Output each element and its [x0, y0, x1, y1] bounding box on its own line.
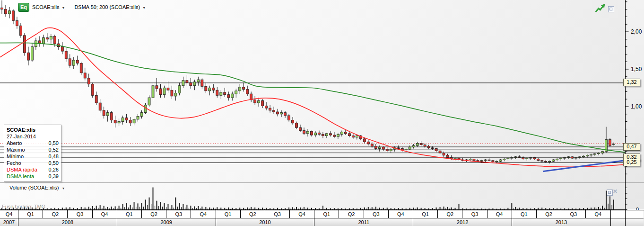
volume-bar [594, 208, 595, 210]
chevron-down-icon[interactable]: ▼ [142, 5, 146, 9]
volume-bar [88, 207, 89, 209]
close-pane-icon[interactable]: ✕ [613, 188, 618, 195]
candle-body [152, 86, 154, 98]
candle-body [348, 134, 350, 136]
volume-bar-minor [158, 206, 159, 209]
candle-body [273, 110, 275, 112]
candle-body [156, 86, 158, 89]
volume-bar [262, 208, 263, 209]
volume-bar-minor [608, 204, 609, 210]
candle-body [190, 82, 192, 85]
chevron-down-icon[interactable]: ▼ [61, 5, 65, 9]
quarter-label: Q3 [166, 210, 191, 218]
candle-body [133, 119, 135, 123]
price-chart-plot[interactable]: 2,001,501,00 [0, 0, 644, 182]
candle-body [209, 88, 211, 91]
candle-body [53, 36, 56, 44]
candle-body [307, 131, 309, 134]
tooltip-row: Fecho0,50 [7, 160, 59, 166]
year-label: 2012 [413, 218, 512, 226]
candle-body [424, 145, 426, 146]
volume-bar [311, 208, 312, 210]
volume-bar [519, 208, 520, 209]
candle-body [420, 143, 422, 145]
volume-bar-minor [94, 208, 95, 209]
symbol-selector[interactable]: SCOAE:xlis ▼ [32, 4, 65, 10]
volume-bar [164, 203, 165, 209]
candle-body [197, 80, 200, 82]
candle-body [216, 90, 218, 95]
tooltip-row: DSMA rápida0,26 [7, 166, 59, 173]
chevron-down-icon[interactable]: ▼ [62, 186, 65, 190]
candle-body [344, 132, 347, 134]
volume-bar [149, 198, 150, 210]
trend-arrow-icon[interactable] [595, 3, 605, 13]
volume-bar [417, 208, 418, 210]
chart-window: 2,001,501,00 Eq SCOAE:xlis ▼ DSMA 50; 20… [0, 0, 644, 226]
volume-bar [217, 207, 218, 209]
volume-bar [436, 208, 437, 210]
candle-body [541, 161, 543, 162]
candle-body [110, 113, 113, 120]
dsma-slow-line [0, 43, 625, 152]
quarter-label: Q1 [117, 210, 141, 218]
volume-bar [538, 208, 539, 210]
candle-body [299, 127, 302, 130]
volume-bar [209, 208, 210, 210]
volume-bar [307, 208, 308, 209]
candle-body [144, 105, 147, 113]
candle-body [140, 113, 143, 117]
candle-body [488, 160, 490, 161]
candle-body [129, 120, 131, 123]
candle-body [473, 159, 475, 161]
volume-bar [138, 203, 139, 209]
candle-body [125, 118, 128, 120]
volume-bar [194, 206, 195, 209]
volume-bar [224, 208, 225, 210]
volume-bar [364, 208, 365, 210]
candle-body [178, 86, 181, 93]
candle-body [571, 157, 574, 158]
volume-bar-minor [174, 208, 174, 209]
candle-body [296, 123, 298, 127]
volume-bar [213, 208, 214, 209]
volume-bar [251, 207, 252, 210]
candle-body [174, 93, 177, 96]
quarter-label: Q3 [462, 210, 487, 218]
volume-bar [258, 208, 259, 210]
candle-body [514, 157, 517, 158]
candle-body [356, 136, 358, 137]
volume-chart-plot[interactable] [0, 182, 644, 210]
volume-bar-minor [177, 207, 178, 209]
candle-body [325, 134, 328, 136]
candle-body [269, 108, 271, 110]
volume-bar [62, 208, 63, 209]
quarter-label: Q2 [141, 210, 166, 218]
candle-body [114, 120, 116, 123]
volume-header[interactable]: Volume (SCOAE:xlis) ▼ [9, 185, 65, 190]
volume-bar [186, 205, 187, 209]
candle-body [397, 148, 400, 149]
restore-pane-icon[interactable] [607, 190, 613, 196]
volume-bar [387, 208, 388, 209]
volume-bar [515, 207, 516, 210]
restore-pane-icon[interactable] [608, 6, 614, 12]
candle-body [431, 148, 434, 149]
candle-body [103, 110, 105, 116]
candle-body [556, 159, 558, 160]
volume-bar [304, 207, 305, 210]
volume-bar [413, 208, 414, 209]
candle-body [586, 155, 589, 156]
candle-body [246, 90, 249, 94]
tooltip-rows: Aberto0,50Máximo0,52Mínimo0,48Fecho0,50D… [7, 140, 59, 180]
volume-bar [591, 208, 592, 209]
volume-bar [372, 207, 373, 209]
volume-bar [220, 208, 221, 209]
volume-bar-minor [612, 205, 612, 210]
candle-body [511, 157, 513, 158]
indicator-selector[interactable]: DSMA 50; 200 (SCOAE:xlis) ▼ [74, 4, 146, 10]
candle-body [340, 132, 343, 135]
quarter-label: Q1 [314, 210, 339, 218]
candle-body [484, 160, 487, 161]
candle-body [564, 157, 566, 158]
